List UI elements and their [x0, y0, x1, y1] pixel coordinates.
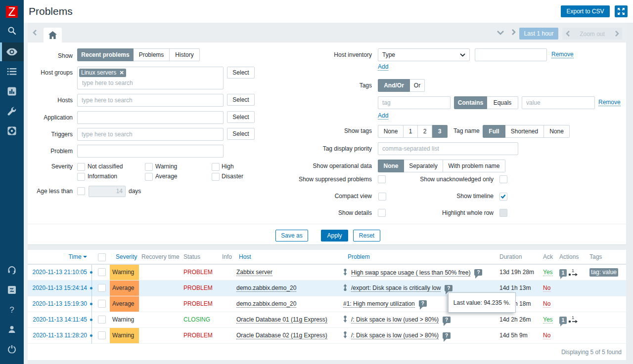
svg-text:1: 1 — [572, 268, 574, 273]
svg-text:?: ? — [9, 305, 14, 314]
svg-text:1: 1 — [572, 315, 574, 320]
